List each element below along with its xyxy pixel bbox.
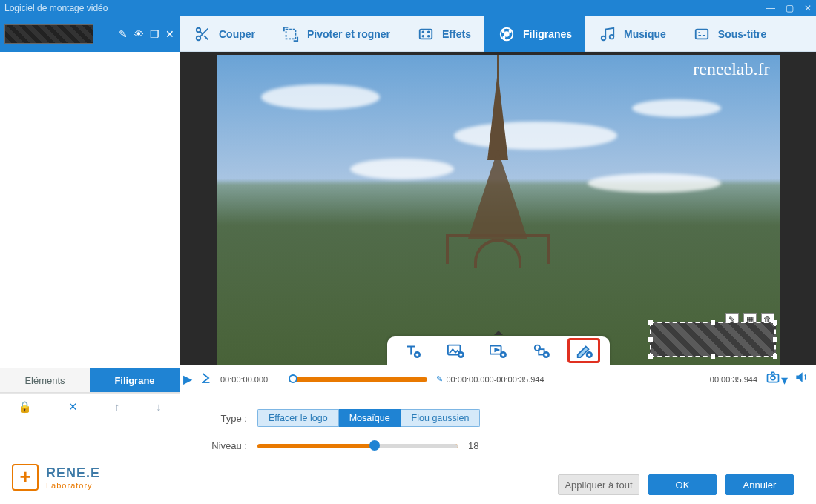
tab-subtitle-label: Sous-titre [718, 28, 766, 40]
svg-point-12 [503, 36, 504, 38]
clip-list-area [0, 52, 180, 368]
watermark-tools-bar [387, 336, 610, 365]
timeline: ▶ 00:00:00.000 ✎ 00:00:00.000-00:00:35.9… [180, 365, 816, 393]
slider-thumb[interactable] [369, 440, 380, 451]
preview-stage: reneelab.fr ✎ ▦ 🗑 [180, 52, 816, 365]
side-tab-elements-label: Eléments [24, 375, 65, 386]
svg-point-1 [197, 36, 201, 40]
option-gaussian-blur[interactable]: Flou gaussien [401, 409, 481, 427]
level-value: 18 [468, 440, 478, 451]
subtitle-icon [693, 25, 711, 43]
tab-rotate-label: Pivoter et rogner [307, 28, 390, 40]
edit-range-icon[interactable]: ✎ [436, 374, 443, 384]
window-maximize-icon[interactable]: ▢ [786, 3, 794, 13]
slider-rest [378, 444, 458, 448]
play-button[interactable]: ▶ [183, 372, 192, 386]
layer-toolbar: 🔒 ✕ ↑ ↓ [0, 393, 180, 420]
tab-effects[interactable]: Effets [404, 16, 484, 52]
cloud-decoration [588, 173, 721, 193]
side-tab-watermark[interactable]: Filigrane [90, 368, 180, 392]
volume-button[interactable] [794, 370, 809, 388]
edit-clip-icon[interactable]: ✎ [119, 28, 128, 40]
svg-point-11 [509, 30, 510, 32]
resize-handle[interactable] [773, 337, 777, 342]
cloud-decoration [454, 122, 617, 150]
tab-subtitle[interactable]: Sous-titre [680, 16, 780, 52]
brand-name: RENE.E [46, 465, 100, 481]
resize-handle[interactable] [773, 354, 777, 359]
side-tab-elements[interactable]: Eléments [0, 368, 90, 392]
option-erase-logo[interactable]: Effacer le logo [257, 409, 339, 427]
delete-layer-icon[interactable]: ✕ [68, 400, 78, 414]
timeline-range: ✎ 00:00:00.000-00:00:35.944 [436, 374, 544, 384]
type-label: Type : [203, 413, 247, 424]
level-row: Niveau : 18 [203, 440, 794, 451]
level-label: Niveau : [203, 440, 247, 451]
snapshot-button[interactable]: ▾ [765, 370, 788, 388]
rotate-crop-icon [282, 25, 300, 43]
cancel-button[interactable]: Annuler [725, 474, 794, 495]
apply-to-all-button[interactable]: Appliquer à tout [558, 474, 639, 495]
svg-rect-15 [696, 29, 708, 39]
add-shape-watermark-button[interactable] [526, 339, 556, 362]
svg-point-0 [197, 27, 201, 32]
svg-point-7 [428, 35, 430, 36]
tab-watermarks-label: Filigranes [523, 28, 572, 40]
toggle-visibility-icon[interactable]: 👁 [134, 28, 144, 40]
tab-cut[interactable]: Couper [180, 16, 269, 52]
cloud-decoration [632, 99, 721, 117]
add-video-watermark-button[interactable] [483, 339, 513, 362]
svg-point-4 [422, 31, 424, 33]
svg-point-9 [504, 32, 509, 36]
add-remove-logo-button[interactable] [569, 339, 599, 362]
cancel-label: Annuler [743, 480, 777, 491]
resize-handle[interactable] [773, 320, 777, 325]
tab-music-label: Musique [624, 28, 666, 40]
timeline-start-time: 00:00:00.000 [220, 375, 280, 384]
option-erase-label: Effacer le logo [269, 413, 328, 423]
clip-thumbnail[interactable] [4, 24, 93, 44]
tool-tabs: Couper Pivoter et rogner Effets Filigran… [180, 16, 816, 52]
cloud-decoration [261, 84, 380, 110]
ok-button[interactable]: OK [648, 474, 717, 495]
resize-handle[interactable] [711, 354, 715, 359]
window-close-icon[interactable]: ✕ [804, 3, 812, 13]
add-image-watermark-button[interactable] [441, 339, 470, 362]
export-frame-button[interactable] [200, 371, 213, 388]
tab-music[interactable]: Musique [585, 16, 680, 52]
resize-handle[interactable] [648, 320, 653, 325]
option-mosaic[interactable]: Mosaïque [339, 409, 401, 427]
cloud-decoration [350, 159, 454, 179]
timeline-track[interactable] [289, 377, 427, 382]
add-text-watermark-button[interactable] [398, 339, 427, 362]
lock-layer-icon[interactable]: 🔒 [18, 400, 32, 414]
ok-label: OK [676, 480, 690, 491]
svg-rect-3 [420, 29, 432, 39]
timeline-range-text: 00:00:00.000-00:00:35.944 [446, 375, 544, 384]
brand-logo-icon [12, 464, 39, 491]
tab-effects-label: Effets [442, 28, 471, 40]
mosaic-selection-box[interactable] [650, 322, 776, 357]
svg-point-14 [610, 34, 614, 38]
svg-point-6 [428, 31, 430, 33]
tab-watermarks[interactable]: Filigranes [484, 16, 585, 52]
clip-header: ✎ 👁 ❐ ✕ [0, 16, 180, 52]
level-slider[interactable] [257, 444, 458, 448]
svg-point-10 [502, 30, 504, 32]
duplicate-clip-icon[interactable]: ❐ [150, 28, 159, 40]
timeline-thumb[interactable] [289, 374, 297, 383]
brand-subtitle: Laboratory [46, 481, 100, 490]
resize-handle[interactable] [711, 320, 715, 325]
remove-clip-icon[interactable]: ✕ [165, 28, 174, 40]
type-row: Type : Effacer le logo Mosaïque Flou gau… [203, 409, 794, 427]
resize-handle[interactable] [648, 354, 653, 359]
move-layer-down-icon[interactable]: ↓ [156, 400, 162, 413]
resize-handle[interactable] [648, 337, 653, 342]
tab-rotate[interactable]: Pivoter et rogner [269, 16, 404, 52]
video-preview[interactable]: reneelab.fr ✎ ▦ 🗑 [217, 55, 780, 365]
effects-icon [417, 25, 435, 43]
tab-cut-label: Couper [219, 28, 255, 40]
window-minimize-icon[interactable]: — [766, 3, 775, 13]
move-layer-up-icon[interactable]: ↑ [114, 400, 120, 413]
svg-point-26 [771, 376, 775, 380]
